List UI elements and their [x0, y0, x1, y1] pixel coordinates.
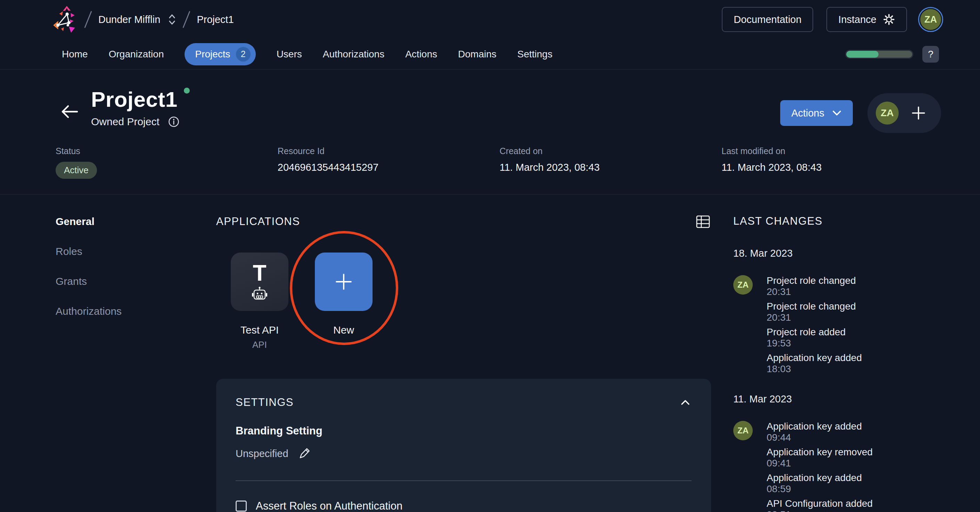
tab-organization[interactable]: Organization — [109, 49, 164, 60]
tab-domains[interactable]: Domains — [458, 49, 496, 60]
meta-label: Last modified on — [721, 146, 943, 156]
documentation-label: Documentation — [733, 14, 801, 26]
change-entry: API Configuration added 08:51 — [767, 498, 873, 512]
robot-icon — [251, 286, 268, 301]
breadcrumb-org[interactable]: Dunder Mifflin — [99, 14, 160, 26]
change-entry: Application key added 08:59 — [767, 472, 873, 494]
app-initial: T — [253, 262, 266, 284]
change-entry: Project role added 19:53 — [767, 327, 862, 349]
instance-label: Instance — [838, 14, 877, 26]
top-actions: Documentation Instance ZA — [722, 7, 941, 32]
settings-card: SETTINGS Branding Setting Unspecified As… — [216, 379, 711, 512]
change-avatar: ZA — [733, 421, 753, 440]
tab-settings[interactable]: Settings — [517, 49, 552, 60]
change-title: Project role changed — [767, 301, 862, 312]
table-view-icon[interactable] — [695, 214, 711, 230]
main-nav: Home Organization Projects 2 Users Autho… — [0, 39, 980, 70]
change-avatar: ZA — [733, 275, 753, 295]
sidebar-item-grants[interactable]: Grants — [56, 276, 188, 287]
tab-projects[interactable]: Projects 2 — [185, 43, 255, 65]
main-content: APPLICATIONS T — [216, 214, 711, 512]
back-arrow-icon[interactable] — [60, 104, 80, 120]
breadcrumb-project[interactable]: Project1 — [197, 14, 234, 26]
last-modified-value: 11. March 2023, 08:43 — [721, 162, 943, 173]
org-switcher-icon[interactable] — [168, 13, 176, 26]
sidebar-item-roles[interactable]: Roles — [56, 246, 188, 257]
active-status-dot — [184, 88, 190, 94]
chevron-up-icon[interactable] — [679, 398, 692, 407]
project-title-block: Project1 Owned Project — [91, 87, 190, 128]
assert-roles-row: Assert Roles on Authentication — [235, 500, 692, 512]
plus-icon — [334, 272, 354, 292]
branding-value-row: Unspecified — [235, 447, 692, 460]
app-tile: T — [231, 252, 288, 311]
tab-home[interactable]: Home — [62, 49, 88, 60]
app-name: Test API — [240, 324, 279, 336]
change-title: Application key added — [767, 421, 873, 432]
change-entry: Project role changed 20:31 — [767, 275, 862, 297]
applications-header-row: APPLICATIONS — [216, 214, 711, 230]
change-time: 20:31 — [767, 286, 862, 297]
assert-roles-label: Assert Roles on Authentication — [256, 500, 402, 512]
status-badge: Active — [56, 162, 97, 179]
breadcrumb-separator — [183, 11, 191, 28]
change-entry: Application key added 18:03 — [767, 352, 862, 375]
project-type-label: Owned Project — [91, 116, 159, 128]
tab-projects-label: Projects — [195, 49, 230, 60]
meta-created-on: Created on 11. March 2023, 08:43 — [500, 146, 722, 179]
zitadel-logo-icon[interactable] — [52, 5, 78, 34]
quota-progress-bar — [845, 50, 913, 59]
top-bar: Dunder Mifflin Project1 Documentation In… — [0, 0, 980, 39]
tab-authorizations[interactable]: Authorizations — [323, 49, 384, 60]
branding-setting-value: Unspecified — [235, 448, 288, 459]
change-title: Application key added — [767, 472, 873, 483]
settings-title: SETTINGS — [235, 396, 294, 409]
instance-button[interactable]: Instance — [826, 7, 907, 32]
actions-dropdown-button[interactable]: Actions — [780, 100, 853, 126]
meta-label: Resource Id — [278, 146, 500, 156]
applications-title: APPLICATIONS — [216, 215, 300, 228]
changes-group: ZA Project role changed 20:31 Project ro… — [733, 275, 973, 378]
sidebar-item-general[interactable]: General — [56, 216, 188, 228]
tab-actions[interactable]: Actions — [405, 49, 437, 60]
change-title: Project role changed — [767, 275, 862, 286]
settings-divider — [235, 480, 692, 481]
breadcrumb-separator — [84, 11, 92, 28]
change-entry: Application key added 09:44 — [767, 421, 873, 443]
change-title: Project role added — [767, 327, 862, 338]
last-changes-panel: LAST CHANGES 18. Mar 2023 ZA Project rol… — [733, 215, 973, 512]
new-application-button[interactable]: New — [315, 252, 372, 350]
sidebar-item-authorizations[interactable]: Authorizations — [56, 305, 188, 317]
change-time: 09:41 — [767, 458, 873, 469]
add-member-icon[interactable] — [911, 106, 926, 120]
change-entry: Project role changed 20:31 — [767, 301, 862, 323]
members-pill: ZA — [867, 93, 941, 133]
change-time: 08:59 — [767, 483, 873, 494]
change-title: Application key added — [767, 352, 862, 364]
documentation-button[interactable]: Documentation — [722, 7, 813, 32]
change-time: 08:51 — [767, 509, 873, 512]
header-divider — [0, 194, 980, 195]
change-time: 09:44 — [767, 432, 873, 443]
last-changes-title: LAST CHANGES — [733, 215, 822, 227]
app-type: API — [252, 340, 267, 350]
resource-id-value: 204696135443415297 — [278, 162, 500, 173]
tab-users[interactable]: Users — [277, 49, 302, 60]
member-avatar[interactable]: ZA — [876, 102, 899, 124]
app-card-test-api[interactable]: T Test API API — [231, 252, 288, 350]
assert-roles-checkbox[interactable] — [235, 501, 247, 512]
meta-resource-id: Resource Id 204696135443415297 — [278, 146, 500, 179]
settings-header-row: SETTINGS — [235, 396, 692, 409]
meta-label: Status — [56, 146, 278, 156]
changes-date: 18. Mar 2023 — [733, 248, 973, 259]
info-icon[interactable] — [168, 116, 180, 128]
change-entry: Application key removed 09:41 — [767, 447, 873, 469]
new-application-label: New — [333, 324, 354, 336]
help-button[interactable]: ? — [922, 46, 939, 62]
projects-count-badge: 2 — [236, 47, 251, 62]
changes-date: 11. Mar 2023 — [733, 393, 973, 405]
user-avatar[interactable]: ZA — [920, 9, 941, 30]
applications-grid: T Test API API — [216, 252, 711, 350]
breadcrumb: Dunder Mifflin Project1 — [52, 5, 234, 34]
edit-pencil-icon[interactable] — [298, 447, 311, 460]
